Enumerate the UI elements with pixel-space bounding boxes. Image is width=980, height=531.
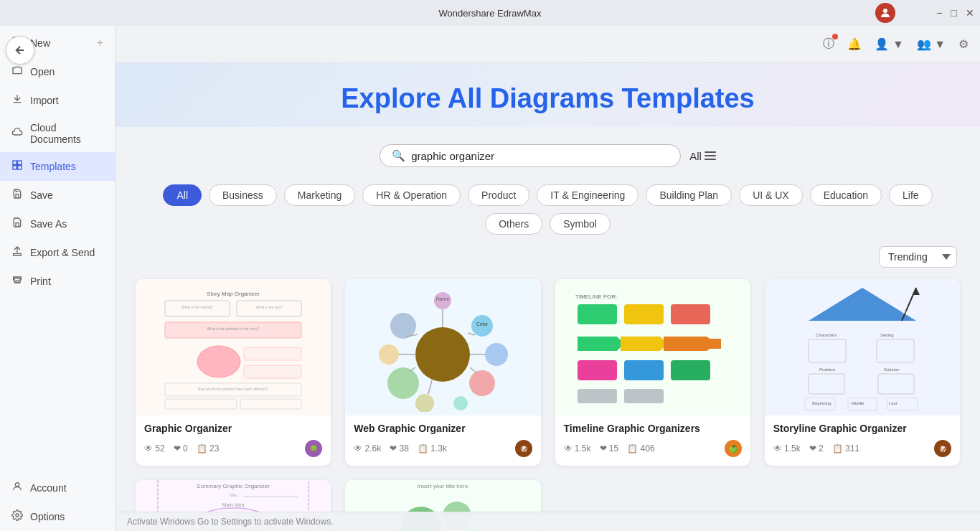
svg-rect-45 (578, 304, 617, 324)
minimize-btn[interactable]: − (936, 7, 942, 19)
filter-tag-symbol[interactable]: Symbol (550, 213, 611, 235)
trending-select[interactable]: Trending Newest Most Used (879, 246, 957, 268)
svg-marker-48 (578, 337, 624, 351)
card-web-graphic-organizer[interactable]: Name Color Web Graphic Organizer 👁 2.6k … (345, 279, 540, 466)
card-avatar: 🍏 (725, 440, 742, 457)
search-input[interactable] (411, 150, 669, 162)
svg-line-38 (470, 367, 477, 373)
sidebar-item-save[interactable]: Save (0, 181, 115, 210)
svg-rect-53 (624, 360, 664, 380)
toolbar-icons: ⓘ 🔔 👤 ▼ 👥 ▼ ⚙ (823, 37, 969, 52)
svg-text:Middle: Middle (852, 401, 864, 405)
svg-text:Name: Name (436, 296, 450, 301)
filter-tag-others[interactable]: Others (485, 213, 542, 235)
svg-text:Story Map Organizer: Story Map Organizer (207, 291, 260, 297)
title-bar: Wondershare EdrawMax − □ ✕ (0, 0, 980, 26)
svg-rect-47 (671, 304, 710, 324)
sidebar-item-save-as[interactable]: Save As (0, 210, 115, 238)
sidebar-item-import[interactable]: Import (0, 86, 115, 115)
filter-tag-business[interactable]: Business (209, 184, 277, 206)
hero-section: Explore All Diagrams Templates (116, 63, 980, 127)
filter-tag-all[interactable]: All (163, 184, 202, 206)
svg-text:TIMELINE FOR:: TIMELINE FOR: (575, 293, 617, 300)
options-icon (11, 509, 23, 524)
card-avatar: 🐶 (934, 440, 951, 457)
sidebar-item-label: Save As (30, 218, 67, 230)
copies: 📋 1.3k (418, 443, 447, 454)
sidebar-item-print[interactable]: Print (0, 267, 115, 296)
svg-text:Last: Last (889, 401, 897, 405)
plus-icon: + (97, 37, 103, 50)
save-icon (11, 188, 23, 202)
main-content: Explore All Diagrams Templates 🔍 All All… (116, 63, 980, 531)
filter-tag-product[interactable]: Product (468, 184, 529, 206)
card-graphic-organizer[interactable]: Story Map Organizer What is the setting?… (136, 279, 331, 466)
filter-tag-education[interactable]: Education (810, 184, 882, 206)
save-as-icon (11, 217, 23, 231)
views: 👁 1.5k (564, 443, 591, 454)
filter-tag-hr[interactable]: HR & Operation (362, 184, 461, 206)
svg-point-27 (387, 367, 419, 399)
window-controls[interactable]: − □ ✕ (936, 7, 974, 19)
card-timeline-graphic-organizers[interactable]: TIMELINE FOR: (555, 279, 750, 466)
svg-text:What is the plot?: What is the plot? (256, 305, 283, 309)
trending-wrap: Trending Newest Most Used (116, 235, 980, 268)
svg-text:Beginning: Beginning (812, 401, 831, 405)
svg-rect-19 (244, 365, 301, 378)
help-icon[interactable]: ⓘ (823, 37, 834, 52)
likes: ❤ 38 (390, 443, 409, 454)
svg-text:Solution: Solution (884, 367, 900, 372)
svg-text:What is the problem in the sto: What is the problem in the story? (207, 326, 260, 331)
sidebar-item-export[interactable]: Export & Send (0, 238, 115, 267)
sidebar-item-cloud[interactable]: Cloud Documents (0, 115, 115, 152)
copies: 📋 23 (197, 443, 220, 454)
sidebar-item-label: Options (30, 511, 65, 522)
filter-tag-life[interactable]: Life (889, 184, 933, 206)
sidebar-item-account[interactable]: Account (0, 474, 115, 502)
svg-point-8 (15, 483, 19, 487)
filter-tag-building[interactable]: Building Plan (646, 184, 732, 206)
sidebar-item-options[interactable]: Options (0, 502, 115, 531)
svg-point-9 (16, 514, 19, 517)
svg-rect-55 (578, 389, 617, 403)
svg-rect-64 (877, 339, 914, 362)
svg-rect-3 (18, 161, 22, 164)
profile-menu-icon[interactable]: 👥 ▼ (917, 37, 946, 51)
card-title: Graphic Organizer (144, 423, 322, 434)
back-button[interactable] (6, 36, 34, 65)
filter-tag-marketing[interactable]: Marketing (284, 184, 355, 206)
card-meta: 👁 1.5k ❤ 15 📋 406 🍏 (564, 440, 742, 457)
svg-text:Setting: Setting (880, 333, 894, 337)
user-menu-icon[interactable]: 👤 ▼ (875, 37, 903, 51)
card-title: Storyline Graphic Organizer (773, 423, 951, 434)
filter-tag-ui[interactable]: UI & UX (739, 184, 803, 206)
svg-text:Main Idea: Main Idea (222, 502, 245, 507)
sidebar-item-label: Account (30, 482, 67, 494)
card-info: Web Graphic Organizer 👁 2.6k ❤ 38 📋 1.3k… (345, 415, 540, 466)
svg-rect-52 (578, 360, 617, 380)
filter-tag-it[interactable]: IT & Engineering (537, 184, 639, 206)
svg-text:What is the setting?: What is the setting? (182, 305, 213, 309)
all-filter-btn[interactable]: All (689, 150, 716, 162)
card-avatar: 🍀 (305, 440, 322, 457)
close-btn[interactable]: ✕ (966, 7, 974, 19)
svg-rect-23 (240, 399, 301, 409)
sidebar-item-templates[interactable]: Templates (0, 152, 115, 181)
sidebar-item-label: Open (30, 66, 55, 77)
settings-icon[interactable]: ⚙ (958, 37, 969, 51)
svg-text:Color: Color (476, 321, 489, 326)
user-avatar[interactable] (875, 3, 895, 23)
copies: 📋 406 (627, 443, 654, 454)
activate-windows-banner: Activate Windows Go to Settings to activ… (116, 512, 980, 531)
activate-windows-text: Activate Windows (127, 517, 195, 527)
card-storyline-graphic-organizer[interactable]: Climax Characters Setting Problem Soluti… (765, 279, 960, 466)
card-info: Timeline Graphic Organizers 👁 1.5k ❤ 15 … (555, 415, 750, 466)
sidebar-item-label: Print (30, 276, 51, 287)
card-meta: 👁 2.6k ❤ 38 📋 1.3k 🐶 (354, 440, 532, 457)
menu-lines-icon (705, 151, 716, 160)
svg-rect-2 (13, 161, 17, 164)
notification-icon[interactable]: 🔔 (847, 37, 862, 51)
maximize-btn[interactable]: □ (951, 7, 957, 19)
card-thumb: TIMELINE FOR: (555, 279, 750, 415)
card-meta: 👁 52 ❤ 0 📋 23 🍀 (144, 440, 322, 457)
